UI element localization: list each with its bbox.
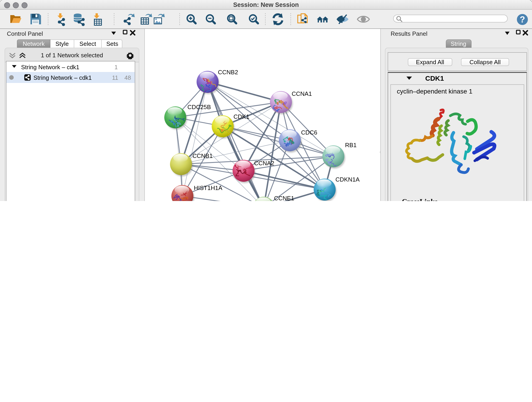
svg-text:?: ? <box>520 15 525 24</box>
svg-text:RB1: RB1 <box>345 142 357 148</box>
svg-text:CCNA1: CCNA1 <box>292 90 312 97</box>
svg-text:CDC6: CDC6 <box>301 129 317 136</box>
svg-text:HIST1H1A: HIST1H1A <box>194 185 222 191</box>
svg-text:CCNB1: CCNB1 <box>192 153 213 159</box>
svg-text:CDC25B: CDC25B <box>187 104 211 110</box>
svg-text:CDKN1A: CDKN1A <box>336 176 360 183</box>
svg-text:CCNE1: CCNE1 <box>274 195 294 201</box>
svg-text:CCNB2: CCNB2 <box>218 69 238 76</box>
svg-text:CDK1: CDK1 <box>234 113 249 120</box>
svg-text:CCNA2: CCNA2 <box>254 160 274 167</box>
